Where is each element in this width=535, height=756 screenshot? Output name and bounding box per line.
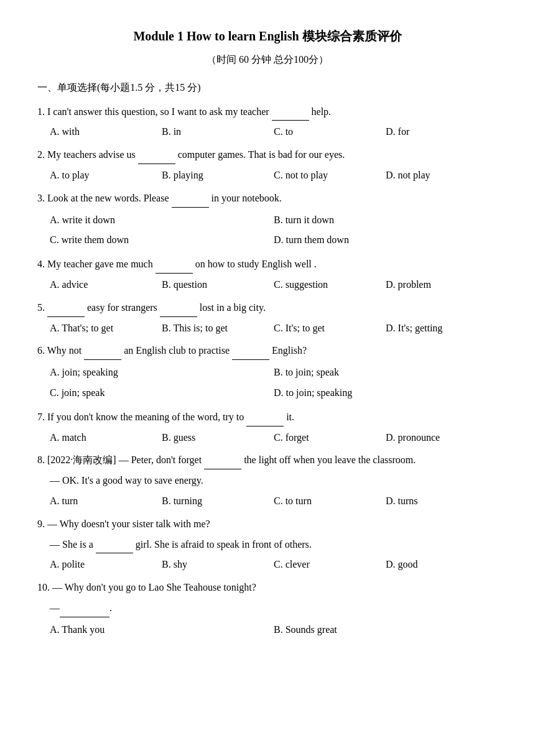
q8-dialog2: — OK. It's a good way to save energy. (50, 475, 203, 486)
q3-optC: C. write them down (50, 230, 274, 251)
q4-blank (156, 262, 193, 274)
q1-optA: A. with (50, 123, 162, 141)
q8-optC: C. to turn (274, 492, 386, 510)
q9-optA: A. polite (50, 556, 162, 574)
q3-optB: B. turn it down (274, 210, 498, 231)
q3-text-after: in your notebook. (209, 193, 282, 203)
section1-header: 一、单项选择(每小题1.5 分，共15 分) (37, 79, 498, 97)
q8-text: 8. [2022·海南改编] — Peter, don't forget (37, 454, 204, 465)
q8-optD: D. turns (386, 492, 498, 510)
q6-optA: A. join; speaking (50, 362, 274, 383)
q2-optB: B. playing (162, 167, 274, 185)
q1-text: 1. I can't answer this question, so I wa… (37, 106, 272, 117)
q9-optB: B. shy (162, 556, 274, 574)
q2-optA: A. to play (50, 167, 162, 185)
q2-optC: C. not to play (274, 167, 386, 185)
q5-text: 5. (37, 302, 47, 313)
q7-optC: C. forget (274, 429, 386, 447)
q6-optD: D. to join; speaking (274, 383, 498, 403)
q4-optB: B. question (162, 276, 274, 294)
q10-optB: B. Sounds great (274, 620, 498, 640)
q10-dialog2: — (50, 602, 60, 613)
q7-text: 7. If you don't know the meaning of the … (37, 412, 246, 422)
q1-optC: C. to (274, 123, 386, 141)
q6-text: 6. Why not (37, 345, 84, 356)
q9-optC: C. clever (274, 556, 386, 574)
q10-period: . (109, 602, 112, 613)
q7-text-after: it. (284, 412, 294, 422)
q9-optD: D. good (386, 556, 498, 574)
q7-optD: D. pronounce (386, 429, 498, 447)
question-1: 1. I can't answer this question, so I wa… (37, 103, 498, 142)
q6-text-after: English? (269, 345, 307, 356)
q10-blank (60, 606, 109, 617)
q1-optB: B. in (162, 123, 274, 141)
q9-dialog2: — She is a (50, 539, 96, 550)
q4-text-after: on how to study English well . (193, 259, 317, 269)
question-2: 2. My teachers advise us computer games.… (37, 146, 498, 185)
q6-optC: C. join; speak (50, 383, 274, 403)
q3-text: 3. Look at the new words. Please (37, 193, 172, 203)
q5-text-after: lost in a big city. (197, 302, 266, 313)
q2-text-after: computer games. That is bad for our eyes… (175, 149, 345, 160)
q8-text-after: the light off when you leave the classro… (241, 454, 416, 465)
q9-text-after: girl. She is afraid to speak in front of… (133, 539, 312, 550)
q3-optD: D. turn them down (274, 230, 498, 251)
q5-optA: A. That's; to get (50, 320, 162, 338)
q5-optC: C. It's; to get (274, 320, 386, 338)
q4-optA: A. advice (50, 276, 162, 294)
q7-optA: A. match (50, 429, 162, 447)
q6-blank2 (232, 349, 269, 360)
q6-text-mid: an English club to practise (121, 345, 232, 356)
question-3: 3. Look at the new words. Please in your… (37, 190, 498, 251)
question-4: 4. My teacher gave me much on how to stu… (37, 256, 498, 294)
q6-blank1 (84, 349, 121, 360)
q3-optA: A. write it down (50, 210, 274, 231)
q9-text: 9. — Why doesn't your sister talk with m… (37, 519, 210, 529)
q5-blank2 (160, 306, 197, 317)
q8-blank (204, 458, 241, 469)
q2-blank (138, 153, 175, 164)
q4-text: 4. My teacher gave me much (37, 259, 156, 269)
q5-optD: D. It's; getting (386, 320, 498, 338)
question-6: 6. Why not an English club to practise E… (37, 342, 498, 403)
q3-blank (172, 196, 209, 208)
subtitle: （时间 60 分钟 总分100分） (37, 51, 498, 69)
q1-blank (272, 109, 309, 121)
q2-optD: D. not play (386, 167, 498, 185)
q1-text-after: help. (309, 106, 332, 117)
q7-blank (246, 415, 284, 426)
question-5: 5. easy for strangers lost in a big city… (37, 299, 498, 338)
question-7: 7. If you don't know the meaning of the … (37, 408, 498, 447)
q5-optB: B. This is; to get (162, 320, 274, 338)
page-title: Module 1 How to learn English 模块综合素质评价 (37, 25, 498, 47)
question-10: 10. — Why don't you go to Lao She Teahou… (37, 579, 498, 640)
q8-optA: A. turn (50, 492, 162, 510)
q6-optB: B. to join; speak (274, 362, 498, 383)
q5-text-mid: easy for strangers (85, 302, 160, 313)
q4-optC: C. suggestion (274, 276, 386, 294)
q2-text: 2. My teachers advise us (37, 149, 138, 160)
q1-optD: D. for (386, 123, 498, 141)
q9-blank (96, 542, 133, 553)
q10-text: 10. — Why don't you go to Lao She Teahou… (37, 582, 256, 592)
question-8: 8. [2022·海南改编] — Peter, don't forget the… (37, 451, 498, 510)
q5-blank1 (47, 306, 85, 317)
q8-optB: B. turning (162, 492, 274, 510)
question-9: 9. — Why doesn't your sister talk with m… (37, 515, 498, 574)
q7-optB: B. guess (162, 429, 274, 447)
q4-optD: D. problem (386, 276, 498, 294)
q10-optA: A. Thank you (50, 620, 274, 640)
